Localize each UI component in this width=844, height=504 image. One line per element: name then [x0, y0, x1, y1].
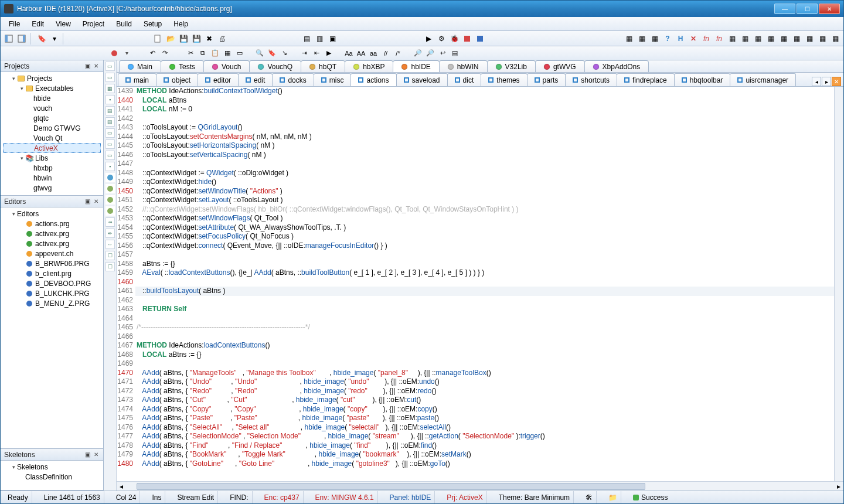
snippet-icon[interactable]: ▤: [450, 48, 460, 59]
editor-tree-item[interactable]: actions.prg: [3, 219, 101, 229]
editor-tree-item[interactable]: B_LUKCHK.PRG: [3, 288, 101, 298]
paste-icon[interactable]: 📋: [210, 48, 220, 59]
gutter-icon[interactable]: ↔: [106, 240, 115, 249]
fn2-icon[interactable]: fn: [713, 33, 725, 45]
save-icon[interactable]: 💾: [178, 33, 189, 45]
file-tab[interactable]: parts: [527, 73, 566, 86]
editor-tree-item[interactable]: appevent.ch: [3, 248, 101, 258]
grid3-icon[interactable]: ▦: [752, 33, 764, 45]
menu-edit[interactable]: Edit: [27, 19, 49, 29]
editor-scrollbar-vertical[interactable]: [834, 87, 843, 481]
gutter-icon[interactable]: ▭: [106, 62, 115, 71]
tree-item[interactable]: Vouch Qt: [3, 133, 101, 143]
grid1-icon[interactable]: ▦: [726, 33, 738, 45]
selection-mode-icon[interactable]: ▭: [234, 48, 245, 59]
panel-header-projects[interactable]: Projects ▣ ✕: [1, 60, 103, 72]
status-panel[interactable]: Panel: hbIDE: [386, 491, 435, 503]
file-tab[interactable]: themes: [481, 73, 527, 86]
panel-tab[interactable]: V32Lib: [487, 60, 536, 72]
run-icon[interactable]: ⚙: [435, 33, 447, 45]
grid4-icon[interactable]: ▦: [765, 33, 777, 45]
gutter-icon[interactable]: ↠: [106, 217, 115, 227]
menu-project[interactable]: Project: [78, 19, 109, 29]
find-icon[interactable]: 🔍: [254, 48, 265, 59]
tree-root-skeletons[interactable]: ▾Skeletons: [3, 462, 101, 472]
grid5-icon[interactable]: ▦: [778, 33, 789, 45]
zoom-in-icon[interactable]: 🔎: [413, 48, 423, 59]
gutter-icon[interactable]: ▭: [106, 139, 115, 149]
dropdown2-icon[interactable]: ▾: [121, 48, 132, 59]
status-enc[interactable]: Enc: cp437: [261, 491, 304, 503]
run2-icon[interactable]: ▶: [324, 48, 334, 59]
bookmark-icon[interactable]: 🔖: [36, 33, 47, 45]
editor-tree-item[interactable]: b_client.prg: [3, 268, 101, 278]
lower-icon[interactable]: aa: [368, 48, 379, 59]
gutter-icon[interactable]: ▪: [106, 95, 115, 104]
tree-item-selected[interactable]: ActiveX: [3, 143, 101, 153]
dropdown-icon[interactable]: ▾: [49, 33, 60, 45]
build-icon[interactable]: ▶: [423, 33, 434, 45]
select-all-icon[interactable]: ▦: [222, 48, 233, 59]
panel-float-icon[interactable]: ▣: [84, 63, 91, 70]
uncomment-icon[interactable]: /*: [393, 48, 403, 59]
minimize-button[interactable]: —: [774, 4, 795, 14]
status-theme[interactable]: Theme: Bare Minimum: [495, 491, 574, 503]
file-tab[interactable]: misc: [314, 73, 352, 86]
editor-tree-item[interactable]: B_BRWF06.PRG: [3, 258, 101, 268]
grid8-icon[interactable]: ▦: [816, 33, 828, 45]
panel-tab[interactable]: XbpAddOns: [584, 60, 649, 72]
fn1-icon[interactable]: fn: [700, 33, 712, 45]
status-env[interactable]: Env: MINGW 4.6.1: [312, 491, 378, 503]
upper-icon[interactable]: AA: [356, 48, 366, 59]
panel-close-icon[interactable]: ✕: [93, 63, 100, 70]
status-folder-icon[interactable]: 📁: [605, 491, 621, 503]
gutter-icon[interactable]: [106, 184, 115, 193]
help-icon[interactable]: ?: [662, 33, 673, 45]
tree-root-projects[interactable]: ▾Projects: [3, 73, 101, 83]
goto-icon[interactable]: ↘: [279, 48, 290, 59]
grid2-icon[interactable]: ▦: [739, 33, 751, 45]
window-icon[interactable]: ▣: [326, 33, 338, 45]
panel-float-icon[interactable]: ▣: [84, 451, 91, 458]
editor-scrollbar-horizontal[interactable]: ◂ ▸: [117, 481, 843, 491]
tree-root-editors[interactable]: ▾Editors: [3, 209, 101, 219]
stop-red-icon[interactable]: [461, 33, 473, 45]
gutter-icon[interactable]: ▪: [106, 162, 115, 171]
gutter-icon[interactable]: ▭: [106, 151, 115, 160]
tree-item[interactable]: hbxbp: [3, 163, 101, 173]
gutter-icon[interactable]: ☐: [106, 262, 115, 271]
file-tab[interactable]: hbqtoolbar: [674, 73, 731, 86]
panel-close-icon[interactable]: ✕: [93, 451, 100, 458]
tree-item[interactable]: vouch: [3, 103, 101, 113]
gutter-icon[interactable]: [106, 173, 115, 182]
menu-file[interactable]: File: [4, 19, 25, 29]
step-out-icon[interactable]: ⇤: [311, 48, 322, 59]
status-ins[interactable]: Ins: [148, 491, 165, 503]
layout2-icon[interactable]: ▦: [636, 33, 648, 45]
code-editor[interactable]: 1439METHOD IdeActions:buildContextToolWi…: [117, 87, 834, 481]
close-file-icon[interactable]: ✖: [203, 33, 215, 45]
panel-tab[interactable]: hbXBP: [345, 60, 393, 72]
gutter-icon[interactable]: ▤: [106, 106, 115, 115]
tab-prev-icon[interactable]: ◂: [812, 77, 821, 86]
status-prj[interactable]: Prj: ActiveX: [443, 491, 486, 503]
stop-blue-icon[interactable]: [474, 33, 486, 45]
tab-next-icon[interactable]: ▸: [822, 77, 831, 86]
panel-tab[interactable]: hbIDE: [393, 60, 439, 72]
tree-item[interactable]: Demo GTWVG: [3, 123, 101, 133]
zoom-out-icon[interactable]: 🔎: [425, 48, 435, 59]
editor-tree-item[interactable]: B_MENU_Z.PRG: [3, 298, 101, 308]
split-h-icon[interactable]: ▤: [301, 33, 312, 45]
file-tab[interactable]: shortcuts: [565, 73, 617, 86]
panel-tab[interactable]: Vouch: [203, 60, 250, 72]
tree-item[interactable]: gtwvg: [3, 183, 101, 193]
step-in-icon[interactable]: ⇥: [299, 48, 309, 59]
editor-tree-item[interactable]: B_DEVBOO.PRG: [3, 278, 101, 288]
file-tab[interactable]: editor: [198, 73, 239, 86]
grid6-icon[interactable]: ▦: [791, 33, 802, 45]
panel-float-icon[interactable]: ▣: [84, 198, 91, 205]
file-tab[interactable]: docks: [272, 73, 314, 86]
panel-tab[interactable]: Main: [119, 60, 161, 72]
tree-item[interactable]: hbide: [3, 93, 101, 103]
menu-help[interactable]: Help: [169, 19, 193, 29]
